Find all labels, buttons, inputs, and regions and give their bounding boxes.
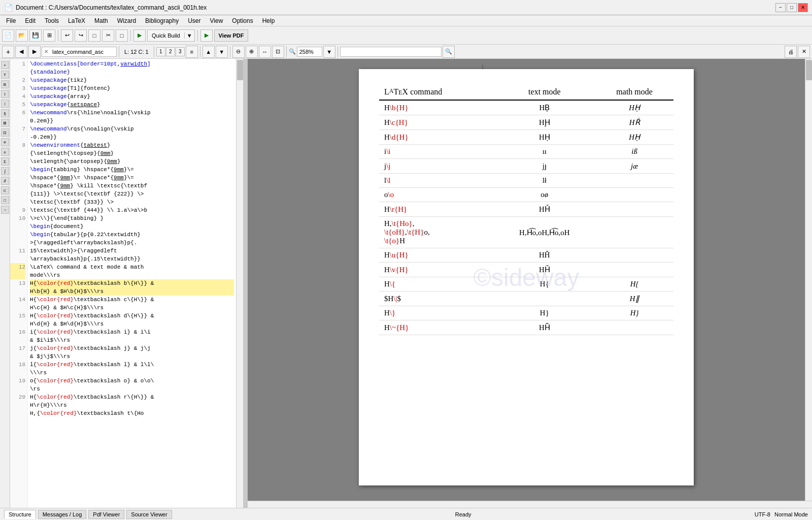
sidebar-icon-table[interactable]: ⊡ bbox=[1, 128, 9, 137]
code-line-8b: {\setlength{\topsep}{0mm} bbox=[30, 149, 234, 157]
text-j: jȷ bbox=[493, 159, 595, 174]
menu-options[interactable]: Options bbox=[228, 16, 257, 25]
code-line-10d: \arraybackslash}p{.15\textwidth}} bbox=[30, 255, 234, 263]
code-line-13: H{\color{red}\textbackslash c\{H\}} & bbox=[30, 296, 234, 304]
pdf-scrollbar-horizontal[interactable] bbox=[248, 501, 812, 508]
minimize-button[interactable]: − bbox=[775, 3, 786, 12]
math-v bbox=[595, 263, 673, 277]
pdf-right-scrollbar[interactable] bbox=[805, 59, 812, 501]
sidebar-icon-partial[interactable]: ∂ bbox=[1, 177, 9, 185]
toolbar-main: 📄 📂 💾 ⊞ ↩ ↪ □ ✂ □ ▶ Quick Build ▼ ▶ View… bbox=[0, 26, 812, 45]
nav-left-button[interactable]: ◀ bbox=[15, 46, 27, 58]
sidebar-icon-arrow[interactable]: → bbox=[1, 206, 9, 214]
code-line-13b: H\c{H} & $H\c{H}$\\\rs bbox=[30, 304, 234, 312]
search-input[interactable] bbox=[340, 47, 442, 57]
tab-structure[interactable]: Structure bbox=[4, 510, 36, 519]
copy-button[interactable]: □ bbox=[88, 29, 100, 42]
save-file-button[interactable]: 💾 bbox=[29, 29, 42, 42]
view-pdf-run-button[interactable]: ▶ bbox=[200, 29, 213, 42]
line-num-blank-15-highlight bbox=[10, 271, 25, 279]
panel-divider[interactable] bbox=[244, 59, 248, 508]
sidebar-icon-new[interactable]: + bbox=[1, 61, 9, 69]
sidebar-icon-box[interactable]: □ bbox=[1, 196, 9, 204]
menu-user[interactable]: User bbox=[184, 16, 205, 25]
menu-wizard[interactable]: Wizard bbox=[113, 16, 140, 25]
text-vbar bbox=[493, 291, 595, 306]
maximize-button[interactable]: □ bbox=[787, 3, 797, 12]
code-editor[interactable]: \documentclass[border=10pt,varwidth] {st… bbox=[28, 59, 236, 508]
fit-width-button[interactable]: ↔ bbox=[259, 46, 271, 58]
fit-page-button[interactable]: ⊡ bbox=[272, 46, 284, 58]
quick-build-arrow-icon[interactable]: ▼ bbox=[185, 32, 194, 39]
paste-button[interactable]: □ bbox=[116, 29, 128, 42]
line-num-blank-5 bbox=[10, 157, 25, 166]
tab-close-icon[interactable]: ✕ bbox=[42, 49, 50, 54]
nav-right-button[interactable]: ▶ bbox=[28, 46, 41, 58]
pdf-area: 1 ©sideway LATEX command text mode math … bbox=[248, 59, 812, 508]
line-num-20: 20 bbox=[10, 393, 25, 401]
sidebar-icon-italic[interactable]: I bbox=[1, 90, 9, 98]
magnifier-icon: 🔍 bbox=[289, 48, 296, 55]
zoom-out-button[interactable]: ⊖ bbox=[232, 46, 245, 58]
menu-edit[interactable]: Edit bbox=[21, 16, 40, 25]
text-i: ıı bbox=[493, 145, 595, 159]
page-2-button[interactable]: 2 bbox=[166, 47, 175, 56]
undo-button[interactable]: ↩ bbox=[61, 29, 73, 42]
line-num-blank-21 bbox=[10, 369, 25, 377]
menu-bibliography[interactable]: Bibliography bbox=[141, 16, 183, 25]
tab-source-viewer[interactable]: Source Viewer bbox=[126, 510, 172, 519]
run-button[interactable]: ▶ bbox=[133, 29, 146, 42]
tab-pdf-viewer[interactable]: Pdf Viewer bbox=[88, 510, 124, 519]
zoom-in-button[interactable]: ⊕ bbox=[246, 46, 258, 58]
view-pdf-button[interactable]: View PDF bbox=[214, 29, 249, 42]
sidebar-icon-section[interactable]: § bbox=[1, 109, 9, 117]
menu-latex[interactable]: LaTeX bbox=[64, 16, 89, 25]
line-num-10: 10 bbox=[10, 214, 25, 222]
search-button[interactable]: 🔍 bbox=[443, 46, 455, 58]
pdf-scrollbar-thumb[interactable] bbox=[806, 60, 812, 80]
tab-filename-input[interactable] bbox=[50, 47, 116, 57]
save-all-button[interactable]: ⊞ bbox=[43, 29, 55, 42]
mode-label: Normal Mode bbox=[774, 511, 808, 517]
menu-view[interactable]: View bbox=[206, 16, 227, 25]
cut-button[interactable]: ✂ bbox=[102, 29, 114, 42]
sidebar-icon-subset[interactable]: ⊂ bbox=[1, 186, 9, 194]
menu-file[interactable]: File bbox=[2, 16, 20, 25]
menu-tools[interactable]: Tools bbox=[41, 16, 63, 25]
add-tab-button[interactable]: + bbox=[2, 46, 14, 58]
sidebar-icon-env[interactable]: ⊞ bbox=[1, 119, 9, 127]
list-view-button[interactable]: ≡ bbox=[186, 46, 198, 58]
sidebar-icon-spacing[interactable]: ↕ bbox=[1, 100, 9, 108]
code-line-10b: >{\raggedleft\arraybackslash}p{. bbox=[30, 239, 234, 247]
text-lbrace: H{ bbox=[493, 277, 595, 291]
title-bar: 📄 Document : C:/Users/a/Documents/tex/la… bbox=[0, 0, 812, 15]
quick-build-button[interactable]: Quick Build ▼ bbox=[147, 29, 195, 42]
line-num-blank-20 bbox=[10, 352, 25, 361]
close-button[interactable]: ✕ bbox=[798, 3, 808, 12]
tab-messages-log[interactable]: Messages / Log bbox=[38, 510, 87, 519]
menu-math[interactable]: Math bbox=[90, 16, 112, 25]
editor-scrollbar[interactable] bbox=[236, 59, 243, 508]
sidebar-icon-math[interactable]: ± bbox=[1, 148, 9, 156]
line-num-blank-11 bbox=[10, 222, 25, 231]
page-3-button[interactable]: 3 bbox=[176, 47, 185, 56]
redo-button[interactable]: ↪ bbox=[75, 29, 87, 42]
menu-help[interactable]: Help bbox=[258, 16, 279, 25]
nav-up-button[interactable]: ▲ bbox=[202, 46, 215, 58]
math-b: HḤ bbox=[595, 100, 673, 115]
sidebar-icon-text[interactable]: T bbox=[1, 71, 9, 79]
sidebar-icon-sum[interactable]: Σ bbox=[1, 157, 9, 166]
close-preview-button[interactable]: ✕ bbox=[798, 46, 810, 58]
new-file-button[interactable]: 📄 bbox=[2, 29, 14, 42]
print-button[interactable]: 🖨 bbox=[785, 46, 797, 58]
sidebar-icon-list[interactable]: ≡ bbox=[1, 138, 9, 146]
nav-down-button[interactable]: ▼ bbox=[216, 46, 228, 58]
zoom-dropdown-button[interactable]: ▼ bbox=[323, 46, 335, 58]
page-1-button[interactable]: 1 bbox=[156, 47, 165, 56]
cmd-b: H\b{H} bbox=[379, 100, 493, 115]
open-file-button[interactable]: 📂 bbox=[16, 29, 28, 42]
col-header-math: math mode bbox=[595, 84, 673, 100]
scrollbar-thumb[interactable] bbox=[237, 60, 243, 80]
sidebar-icon-integral[interactable]: ∫ bbox=[1, 167, 9, 175]
sidebar-icon-bold[interactable]: B bbox=[1, 80, 9, 88]
